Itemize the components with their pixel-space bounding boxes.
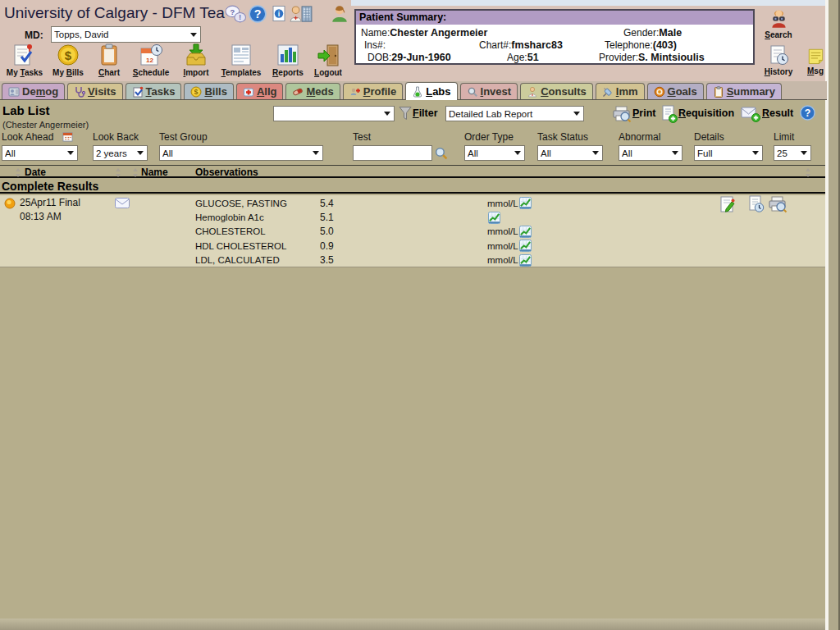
look-back-label: Look Back xyxy=(93,131,139,143)
tab-demog[interactable]: Demog xyxy=(2,83,65,99)
look-back-value: 2 years xyxy=(96,148,137,158)
column-observations[interactable]: Observations xyxy=(195,167,258,178)
column-name[interactable]: Name xyxy=(141,167,168,178)
report-type-select[interactable]: Detailed Lab Report xyxy=(445,106,584,121)
test-group-value: All xyxy=(162,148,313,158)
msg-icon xyxy=(806,47,825,66)
tab-label: Meds xyxy=(306,85,333,98)
dropdown-arrow-icon xyxy=(137,151,144,155)
task-status-select[interactable]: All xyxy=(537,145,603,161)
tab-visits[interactable]: Visits xyxy=(67,83,122,99)
test-search-button[interactable] xyxy=(434,146,448,160)
trend-chart-icon[interactable] xyxy=(519,197,532,209)
toolbar-my-tasks[interactable]: My Tasks xyxy=(5,43,44,77)
tab-bills[interactable]: $Bills xyxy=(184,83,233,99)
print-button[interactable]: Print xyxy=(632,107,655,119)
sort-icon[interactable] xyxy=(15,167,21,178)
column-date[interactable]: Date xyxy=(25,167,46,178)
trend-chart-icon[interactable] xyxy=(519,240,532,252)
goals-icon xyxy=(654,86,665,98)
help-icon[interactable] xyxy=(800,105,815,121)
test-group-select[interactable]: All xyxy=(159,145,323,161)
profile-icon xyxy=(349,86,361,98)
trend-chart-icon[interactable] xyxy=(519,254,532,267)
toolbar-chart[interactable]: Chart xyxy=(91,43,127,77)
schedule-icon: 12 xyxy=(139,43,163,67)
my-tasks-icon xyxy=(12,43,37,67)
look-ahead-select[interactable]: All xyxy=(2,145,78,161)
patient-icon[interactable] xyxy=(331,4,349,24)
observations-list: GLUCOSE, FASTING 5.4 mmol/L Hemoglobin A… xyxy=(195,196,769,267)
filter-label[interactable]: Filter xyxy=(413,107,438,119)
sort-icon[interactable] xyxy=(115,167,121,178)
tab-label: Tasks xyxy=(146,85,176,98)
tab-label: Summary xyxy=(727,85,775,98)
test-value: 5.1 xyxy=(320,212,487,223)
print-result-icon[interactable] xyxy=(768,195,788,213)
test-unit: mmol/L xyxy=(487,255,518,265)
toolbar-label: Import xyxy=(183,68,208,77)
dropdown-arrow-icon xyxy=(752,151,759,155)
msg-button[interactable]: Msg xyxy=(804,47,827,75)
tab-goals[interactable]: Goals xyxy=(647,83,704,99)
tab-invest[interactable]: Invest xyxy=(460,83,518,99)
toolbar-schedule[interactable]: 12 Schedule xyxy=(128,43,174,77)
tab-allg[interactable]: Allg xyxy=(236,83,284,99)
tab-label: Consults xyxy=(541,85,587,98)
tab-labs[interactable]: Labs xyxy=(405,82,457,100)
sort-icon[interactable] xyxy=(132,167,139,178)
result-date[interactable]: 25Apr11 Final xyxy=(20,197,80,208)
tab-tasks[interactable]: Tasks xyxy=(126,83,182,99)
info-icon[interactable]: i xyxy=(270,4,288,23)
labs-icon xyxy=(412,86,423,98)
toolbar-import[interactable]: Import xyxy=(176,43,216,77)
sort-icon[interactable] xyxy=(805,167,811,178)
limit-select[interactable]: 25 xyxy=(774,145,811,161)
md-select[interactable]: Topps, David xyxy=(51,26,201,43)
trend-chart-icon[interactable] xyxy=(488,212,500,224)
tab-label: Allg xyxy=(257,85,277,98)
toolbar-label: My Tasks xyxy=(7,68,43,77)
report-select[interactable] xyxy=(273,106,395,121)
clinic-icon[interactable] xyxy=(289,3,313,24)
abnormal-select[interactable]: All xyxy=(619,145,682,161)
window-right-margin xyxy=(829,0,838,630)
tab-label: Visits xyxy=(88,85,116,98)
svg-text:!: ! xyxy=(239,13,241,21)
order-type-select[interactable]: All xyxy=(464,145,525,161)
result-history-icon[interactable] xyxy=(748,195,765,213)
svg-text:$: $ xyxy=(194,88,199,96)
test-input[interactable] xyxy=(353,145,432,161)
calendar-icon[interactable] xyxy=(62,131,73,142)
observation-row: CHOLESTEROL 5.0 mmol/L xyxy=(195,225,769,239)
observation-row: GLUCOSE, FASTING 5.4 mmol/L xyxy=(195,196,769,210)
edit-result-icon[interactable] xyxy=(719,195,736,213)
results-table-header: Date Name Observations xyxy=(0,165,827,178)
help-icon[interactable] xyxy=(249,5,267,23)
requisition-button[interactable]: Requisition xyxy=(678,107,734,119)
svg-text:$: $ xyxy=(65,48,72,62)
tab-consults[interactable]: Consults xyxy=(520,83,593,99)
dropdown-arrow-icon xyxy=(67,151,74,155)
result-button[interactable]: Result xyxy=(762,107,793,119)
tab-profile[interactable]: Profile xyxy=(343,83,403,99)
search-button[interactable]: Search xyxy=(763,7,794,39)
toolbar-reports[interactable]: Reports xyxy=(268,43,308,77)
chart-icon xyxy=(97,43,121,67)
history-label: History xyxy=(765,67,792,76)
toolbar-logout[interactable]: Logout xyxy=(310,43,346,77)
envelope-icon[interactable] xyxy=(115,198,130,208)
details-select[interactable]: Full xyxy=(694,145,763,161)
look-back-select[interactable]: 2 years xyxy=(93,145,148,161)
history-button[interactable]: History xyxy=(760,44,797,76)
toolbar-templates[interactable]: Templates xyxy=(218,43,264,77)
tab-imm[interactable]: Imm xyxy=(596,83,645,99)
look-ahead-label: Look Ahead xyxy=(2,131,53,143)
help-bubbles-icon[interactable]: ?! xyxy=(225,4,247,24)
patient-summary-panel: Patient Summary: Name:Chester Angermeier… xyxy=(354,9,755,65)
tab-summary[interactable]: Summary xyxy=(706,83,782,99)
tab-meds[interactable]: Meds xyxy=(285,83,340,99)
trend-chart-icon[interactable] xyxy=(519,226,532,238)
toolbar-my-bills[interactable]: $ My Bills xyxy=(48,43,89,77)
reports-icon xyxy=(276,43,300,67)
